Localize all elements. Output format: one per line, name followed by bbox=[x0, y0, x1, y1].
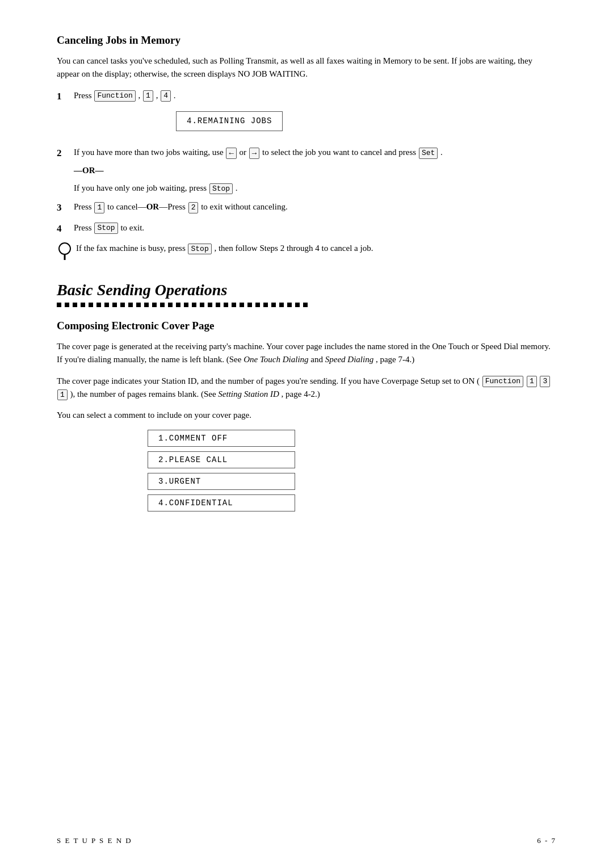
key-stop-step2: Stop bbox=[209, 183, 233, 195]
key-3-p2: 3 bbox=[540, 376, 550, 387]
dot-25 bbox=[247, 303, 252, 307]
para2-italic3: Setting Station ID bbox=[218, 389, 279, 399]
key-function-p2: Function bbox=[482, 376, 523, 387]
dot-17 bbox=[184, 303, 188, 307]
dot-7 bbox=[104, 303, 109, 307]
dot-15 bbox=[168, 303, 173, 307]
dot-11 bbox=[136, 303, 141, 307]
key-1b-p2: 1 bbox=[57, 389, 68, 401]
lcd-text-1: 4.REMAINING JOBS bbox=[176, 111, 283, 132]
para1-and: and bbox=[310, 355, 325, 364]
lcd-option-3: 3.URGENT bbox=[148, 473, 295, 490]
step-3-content: Press 1 to cancel—OR—Press 2 to exit wit… bbox=[74, 200, 556, 213]
section-canceling-jobs: Canceling Jobs in Memory You can cancel … bbox=[57, 34, 556, 264]
subsection-cover-page: Composing Electronic Cover Page The cove… bbox=[57, 320, 556, 511]
dot-32 bbox=[303, 303, 308, 307]
key-stop-step4: Stop bbox=[94, 223, 117, 234]
key-1-step3: 1 bbox=[94, 202, 104, 213]
step-1-text-before: Press bbox=[74, 91, 94, 100]
footer: S E T U P S E N D 6 - 7 bbox=[57, 836, 556, 845]
note-content: If the fax machine is busy, press Stop ,… bbox=[76, 242, 556, 255]
step-1: 1 Press Function , 1 , 4 . 4.REMAINING J… bbox=[57, 89, 556, 141]
section-basic-sending: Basic Sending Operations bbox=[57, 281, 556, 511]
section1-intro: You can cancel tasks you've scheduled, s… bbox=[57, 54, 556, 81]
section2-title: Basic Sending Operations bbox=[57, 281, 556, 299]
step-1-content: Press Function , 1 , 4 . 4.REMAINING JOB… bbox=[74, 89, 556, 141]
steps-list: 1 Press Function , 1 , 4 . 4.REMAINING J… bbox=[57, 89, 556, 236]
lcd-option-1: 1.COMMENT OFF bbox=[148, 430, 295, 447]
step-3-text-before: Press bbox=[74, 202, 94, 211]
para2-middle: ), the number of pages remains blank. (S… bbox=[70, 389, 219, 399]
step-2-content: If you have more than two jobs waiting, … bbox=[74, 146, 556, 195]
dot-13 bbox=[152, 303, 157, 307]
dots-divider bbox=[57, 303, 556, 307]
subsection-para3: You can select a comment to include on y… bbox=[57, 409, 556, 422]
dot-9 bbox=[120, 303, 125, 307]
dot-30 bbox=[287, 303, 292, 307]
step-1-number: 1 bbox=[57, 89, 70, 104]
subsection-heading: Composing Electronic Cover Page bbox=[57, 320, 556, 332]
key-2-step3: 2 bbox=[188, 202, 199, 213]
note-text-after: , then follow Steps 2 through 4 to cance… bbox=[214, 244, 373, 253]
subsection-para1: The cover page is generated at the recei… bbox=[57, 340, 556, 367]
step-2-subtext: If you have only one job waiting, press … bbox=[74, 182, 556, 195]
dot-19 bbox=[200, 303, 204, 307]
step-1-text-after: . bbox=[174, 91, 176, 100]
para2-after: , page 4-2.) bbox=[282, 389, 320, 399]
lcd-options-block: 1.COMMENT OFF 2.PLEASE CALL 3.URGENT 4.C… bbox=[148, 430, 556, 511]
para2-before: The cover page indicates your Station ID… bbox=[57, 376, 480, 385]
dot-31 bbox=[295, 303, 300, 307]
dot-24 bbox=[240, 303, 244, 307]
key-stop-note: Stop bbox=[188, 244, 211, 255]
step-2-sub-after: . bbox=[236, 183, 238, 192]
note-icon bbox=[57, 242, 73, 264]
lcd-option-4: 4.CONFIDENTIAL bbox=[148, 494, 295, 511]
step-3-text-after: to exit without canceling. bbox=[201, 202, 287, 211]
step-2-or: or bbox=[240, 148, 249, 157]
step-3-number: 3 bbox=[57, 200, 70, 215]
footer-left: S E T U P S E N D bbox=[57, 836, 132, 845]
note-svg-icon bbox=[57, 242, 73, 260]
key-4-step1: 4 bbox=[161, 90, 171, 102]
key-right-arrow: → bbox=[249, 148, 259, 160]
step-4-content: Press Stop to exit. bbox=[74, 221, 556, 234]
key-left-arrow: ← bbox=[226, 148, 236, 160]
para1-italic2: Speed Dialing bbox=[325, 355, 373, 364]
step-4-number: 4 bbox=[57, 221, 70, 236]
dot-21 bbox=[216, 303, 220, 307]
step-4-text-before: Press bbox=[74, 223, 94, 232]
dot-6 bbox=[96, 303, 101, 307]
key-function-1: Function bbox=[94, 90, 135, 102]
step-1-sep1: , bbox=[138, 91, 143, 100]
para1-end: , page 7-4.) bbox=[376, 355, 414, 364]
step-1-sep2: , bbox=[156, 91, 161, 100]
dot-12 bbox=[144, 303, 149, 307]
dot-29 bbox=[279, 303, 284, 307]
step-3-text-middle: to cancel—OR—Press bbox=[107, 202, 188, 211]
note-text-before: If the fax machine is busy, press bbox=[76, 244, 187, 253]
lcd-option-2: 2.PLEASE CALL bbox=[148, 451, 295, 468]
dot-26 bbox=[255, 303, 260, 307]
or-line: —OR— bbox=[74, 164, 556, 177]
key-1-p2: 1 bbox=[527, 376, 537, 387]
dot-27 bbox=[263, 303, 268, 307]
step-2: 2 If you have more than two jobs waiting… bbox=[57, 146, 556, 195]
subsection-para2: The cover page indicates your Station ID… bbox=[57, 375, 556, 401]
dot-14 bbox=[160, 303, 165, 307]
svg-point-0 bbox=[59, 243, 70, 254]
dot-8 bbox=[112, 303, 117, 307]
key-1-step1: 1 bbox=[143, 90, 153, 102]
dot-18 bbox=[192, 303, 196, 307]
dot-3 bbox=[73, 303, 77, 307]
dot-5 bbox=[89, 303, 93, 307]
section1-heading: Canceling Jobs in Memory bbox=[57, 34, 556, 47]
dot-20 bbox=[208, 303, 212, 307]
step-2-text: If you have more than two jobs waiting, … bbox=[74, 148, 225, 157]
step-3: 3 Press 1 to cancel—OR—Press 2 to exit w… bbox=[57, 200, 556, 215]
step-2-sub-before: If you have only one job waiting, press bbox=[74, 183, 209, 192]
footer-right: 6 - 7 bbox=[537, 836, 556, 845]
dot-10 bbox=[128, 303, 133, 307]
para1-italic1: One Touch Dialing bbox=[243, 355, 308, 364]
dot-23 bbox=[232, 303, 236, 307]
dot-2 bbox=[65, 303, 69, 307]
